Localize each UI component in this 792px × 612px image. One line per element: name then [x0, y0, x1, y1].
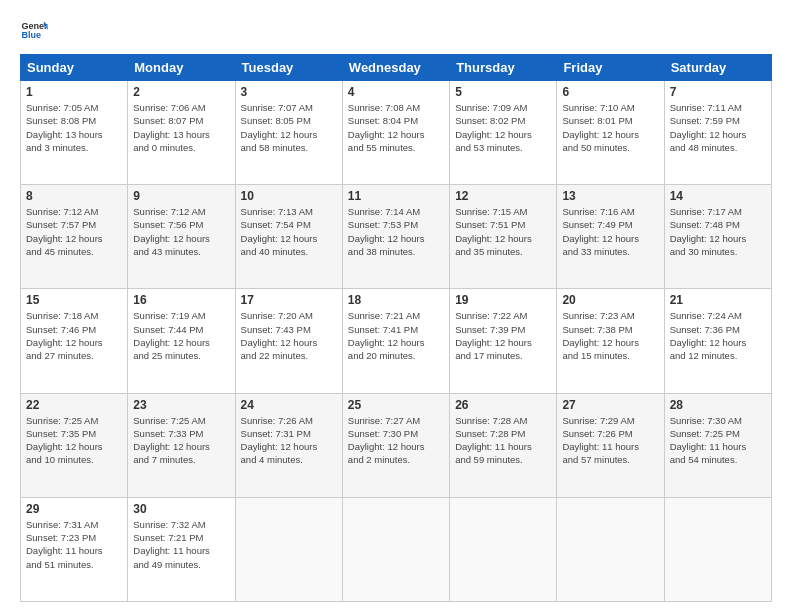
day-number: 5	[455, 85, 551, 99]
day-number: 4	[348, 85, 444, 99]
day-cell	[450, 497, 557, 601]
day-number: 19	[455, 293, 551, 307]
day-cell: 27Sunrise: 7:29 AM Sunset: 7:26 PM Dayli…	[557, 393, 664, 497]
day-info: Sunrise: 7:13 AM Sunset: 7:54 PM Dayligh…	[241, 205, 337, 258]
day-info: Sunrise: 7:19 AM Sunset: 7:44 PM Dayligh…	[133, 309, 229, 362]
day-number: 24	[241, 398, 337, 412]
weekday-header-thursday: Thursday	[450, 55, 557, 81]
day-cell	[557, 497, 664, 601]
calendar-table: SundayMondayTuesdayWednesdayThursdayFrid…	[20, 54, 772, 602]
day-cell: 5Sunrise: 7:09 AM Sunset: 8:02 PM Daylig…	[450, 81, 557, 185]
day-info: Sunrise: 7:12 AM Sunset: 7:56 PM Dayligh…	[133, 205, 229, 258]
day-cell: 12Sunrise: 7:15 AM Sunset: 7:51 PM Dayli…	[450, 185, 557, 289]
day-number: 1	[26, 85, 122, 99]
day-cell: 28Sunrise: 7:30 AM Sunset: 7:25 PM Dayli…	[664, 393, 771, 497]
weekday-header-tuesday: Tuesday	[235, 55, 342, 81]
day-cell	[342, 497, 449, 601]
day-number: 8	[26, 189, 122, 203]
day-number: 15	[26, 293, 122, 307]
day-info: Sunrise: 7:09 AM Sunset: 8:02 PM Dayligh…	[455, 101, 551, 154]
day-number: 9	[133, 189, 229, 203]
day-cell	[664, 497, 771, 601]
day-number: 7	[670, 85, 766, 99]
day-cell	[235, 497, 342, 601]
day-info: Sunrise: 7:14 AM Sunset: 7:53 PM Dayligh…	[348, 205, 444, 258]
day-number: 28	[670, 398, 766, 412]
day-cell: 15Sunrise: 7:18 AM Sunset: 7:46 PM Dayli…	[21, 289, 128, 393]
day-info: Sunrise: 7:20 AM Sunset: 7:43 PM Dayligh…	[241, 309, 337, 362]
day-info: Sunrise: 7:29 AM Sunset: 7:26 PM Dayligh…	[562, 414, 658, 467]
day-info: Sunrise: 7:27 AM Sunset: 7:30 PM Dayligh…	[348, 414, 444, 467]
day-number: 23	[133, 398, 229, 412]
day-cell: 26Sunrise: 7:28 AM Sunset: 7:28 PM Dayli…	[450, 393, 557, 497]
day-number: 18	[348, 293, 444, 307]
day-info: Sunrise: 7:31 AM Sunset: 7:23 PM Dayligh…	[26, 518, 122, 571]
week-row-4: 22Sunrise: 7:25 AM Sunset: 7:35 PM Dayli…	[21, 393, 772, 497]
day-info: Sunrise: 7:16 AM Sunset: 7:49 PM Dayligh…	[562, 205, 658, 258]
weekday-header-row: SundayMondayTuesdayWednesdayThursdayFrid…	[21, 55, 772, 81]
day-cell: 22Sunrise: 7:25 AM Sunset: 7:35 PM Dayli…	[21, 393, 128, 497]
day-cell: 17Sunrise: 7:20 AM Sunset: 7:43 PM Dayli…	[235, 289, 342, 393]
day-number: 29	[26, 502, 122, 516]
day-cell: 19Sunrise: 7:22 AM Sunset: 7:39 PM Dayli…	[450, 289, 557, 393]
week-row-3: 15Sunrise: 7:18 AM Sunset: 7:46 PM Dayli…	[21, 289, 772, 393]
day-info: Sunrise: 7:07 AM Sunset: 8:05 PM Dayligh…	[241, 101, 337, 154]
day-cell: 24Sunrise: 7:26 AM Sunset: 7:31 PM Dayli…	[235, 393, 342, 497]
day-cell: 7Sunrise: 7:11 AM Sunset: 7:59 PM Daylig…	[664, 81, 771, 185]
day-info: Sunrise: 7:17 AM Sunset: 7:48 PM Dayligh…	[670, 205, 766, 258]
day-cell: 30Sunrise: 7:32 AM Sunset: 7:21 PM Dayli…	[128, 497, 235, 601]
logo-icon: General Blue	[20, 16, 48, 44]
day-info: Sunrise: 7:23 AM Sunset: 7:38 PM Dayligh…	[562, 309, 658, 362]
day-cell: 2Sunrise: 7:06 AM Sunset: 8:07 PM Daylig…	[128, 81, 235, 185]
day-number: 26	[455, 398, 551, 412]
calendar-page: General Blue SundayMondayTuesdayWednesda…	[0, 0, 792, 612]
day-cell: 6Sunrise: 7:10 AM Sunset: 8:01 PM Daylig…	[557, 81, 664, 185]
day-cell: 4Sunrise: 7:08 AM Sunset: 8:04 PM Daylig…	[342, 81, 449, 185]
day-number: 25	[348, 398, 444, 412]
day-cell: 16Sunrise: 7:19 AM Sunset: 7:44 PM Dayli…	[128, 289, 235, 393]
page-header: General Blue	[20, 16, 772, 44]
day-cell: 23Sunrise: 7:25 AM Sunset: 7:33 PM Dayli…	[128, 393, 235, 497]
day-number: 17	[241, 293, 337, 307]
day-info: Sunrise: 7:32 AM Sunset: 7:21 PM Dayligh…	[133, 518, 229, 571]
day-cell: 3Sunrise: 7:07 AM Sunset: 8:05 PM Daylig…	[235, 81, 342, 185]
week-row-5: 29Sunrise: 7:31 AM Sunset: 7:23 PM Dayli…	[21, 497, 772, 601]
weekday-header-wednesday: Wednesday	[342, 55, 449, 81]
day-number: 10	[241, 189, 337, 203]
svg-text:Blue: Blue	[21, 30, 41, 40]
day-info: Sunrise: 7:12 AM Sunset: 7:57 PM Dayligh…	[26, 205, 122, 258]
day-number: 2	[133, 85, 229, 99]
day-cell: 13Sunrise: 7:16 AM Sunset: 7:49 PM Dayli…	[557, 185, 664, 289]
day-number: 3	[241, 85, 337, 99]
day-number: 20	[562, 293, 658, 307]
day-info: Sunrise: 7:06 AM Sunset: 8:07 PM Dayligh…	[133, 101, 229, 154]
day-info: Sunrise: 7:22 AM Sunset: 7:39 PM Dayligh…	[455, 309, 551, 362]
day-info: Sunrise: 7:25 AM Sunset: 7:33 PM Dayligh…	[133, 414, 229, 467]
day-cell: 10Sunrise: 7:13 AM Sunset: 7:54 PM Dayli…	[235, 185, 342, 289]
day-cell: 20Sunrise: 7:23 AM Sunset: 7:38 PM Dayli…	[557, 289, 664, 393]
day-info: Sunrise: 7:28 AM Sunset: 7:28 PM Dayligh…	[455, 414, 551, 467]
day-info: Sunrise: 7:25 AM Sunset: 7:35 PM Dayligh…	[26, 414, 122, 467]
day-info: Sunrise: 7:05 AM Sunset: 8:08 PM Dayligh…	[26, 101, 122, 154]
weekday-header-friday: Friday	[557, 55, 664, 81]
day-info: Sunrise: 7:15 AM Sunset: 7:51 PM Dayligh…	[455, 205, 551, 258]
day-number: 30	[133, 502, 229, 516]
day-info: Sunrise: 7:21 AM Sunset: 7:41 PM Dayligh…	[348, 309, 444, 362]
day-number: 21	[670, 293, 766, 307]
day-info: Sunrise: 7:26 AM Sunset: 7:31 PM Dayligh…	[241, 414, 337, 467]
weekday-header-sunday: Sunday	[21, 55, 128, 81]
day-cell: 11Sunrise: 7:14 AM Sunset: 7:53 PM Dayli…	[342, 185, 449, 289]
day-cell: 29Sunrise: 7:31 AM Sunset: 7:23 PM Dayli…	[21, 497, 128, 601]
day-cell: 8Sunrise: 7:12 AM Sunset: 7:57 PM Daylig…	[21, 185, 128, 289]
week-row-2: 8Sunrise: 7:12 AM Sunset: 7:57 PM Daylig…	[21, 185, 772, 289]
day-cell: 21Sunrise: 7:24 AM Sunset: 7:36 PM Dayli…	[664, 289, 771, 393]
day-cell: 14Sunrise: 7:17 AM Sunset: 7:48 PM Dayli…	[664, 185, 771, 289]
day-cell: 1Sunrise: 7:05 AM Sunset: 8:08 PM Daylig…	[21, 81, 128, 185]
logo: General Blue	[20, 16, 48, 44]
day-number: 14	[670, 189, 766, 203]
day-info: Sunrise: 7:08 AM Sunset: 8:04 PM Dayligh…	[348, 101, 444, 154]
day-info: Sunrise: 7:11 AM Sunset: 7:59 PM Dayligh…	[670, 101, 766, 154]
weekday-header-saturday: Saturday	[664, 55, 771, 81]
day-info: Sunrise: 7:10 AM Sunset: 8:01 PM Dayligh…	[562, 101, 658, 154]
day-info: Sunrise: 7:24 AM Sunset: 7:36 PM Dayligh…	[670, 309, 766, 362]
